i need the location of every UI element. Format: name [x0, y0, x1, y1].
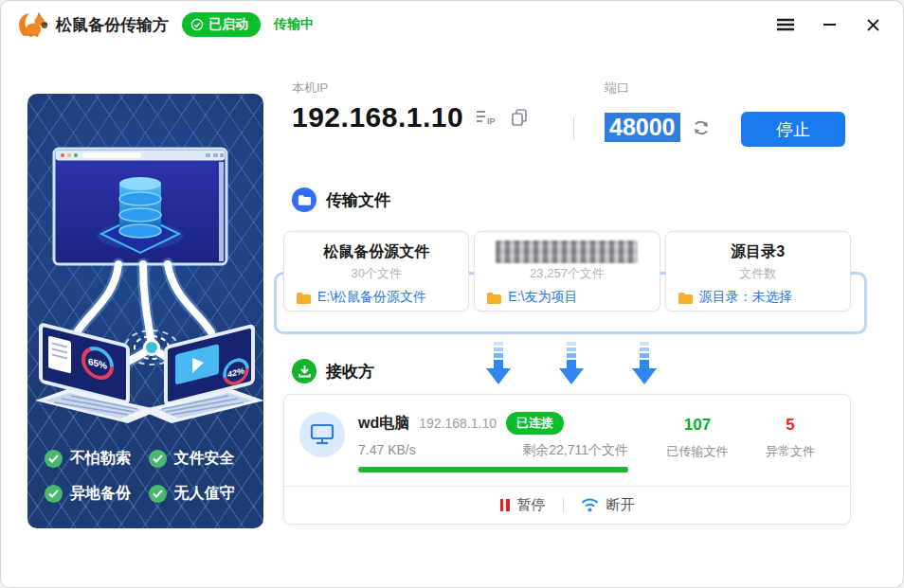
- close-icon[interactable]: [863, 15, 882, 34]
- source-count: 文件数: [666, 265, 850, 282]
- folder-icon: [486, 292, 501, 304]
- error-label: 异常文件: [744, 443, 837, 460]
- receiver-section-header: 接收方: [292, 359, 374, 383]
- check-icon: [149, 485, 167, 503]
- local-ip-label: 本机IP: [292, 80, 328, 97]
- port-label: 端口: [605, 80, 629, 97]
- source-count: 30个文件: [284, 265, 468, 282]
- squirrel-logo: [14, 9, 48, 40]
- titlebar: 松鼠备份传输方 已启动 传输中: [1, 1, 903, 48]
- feature-item: 无人值守: [149, 484, 253, 504]
- app-title: 松鼠备份传输方: [56, 14, 169, 36]
- app-window: 松鼠备份传输方 已启动 传输中: [0, 0, 904, 588]
- menu-icon[interactable]: [776, 15, 795, 34]
- source-path-link[interactable]: E:\松鼠备份源文件: [284, 289, 468, 306]
- promo-panel: 65% 42%: [27, 94, 263, 528]
- source-path-link[interactable]: E:\友为项目: [475, 289, 659, 306]
- error-count: 5: [744, 416, 837, 435]
- feature-item: 异地备份: [45, 484, 149, 504]
- receiver-info: wd电脑 192.168.1.10 已连接 7.47 KB/s 剩余22,711…: [358, 412, 628, 472]
- copy-icon[interactable]: [511, 108, 528, 127]
- check-icon: [45, 485, 63, 503]
- check-circle-icon: [190, 18, 204, 31]
- transfer-arrow-icon: [485, 342, 512, 386]
- source-card-2[interactable]: 23,257个文件 E:\友为项目: [474, 231, 660, 312]
- check-icon: [45, 450, 63, 468]
- receiver-stats: 107 已传输文件 5 异常文件: [651, 412, 837, 460]
- transfer-progress-bar: [358, 467, 628, 472]
- transfer-speed: 7.47 KB/s: [358, 442, 416, 459]
- window-controls: [776, 15, 890, 34]
- censored-source-name: [496, 241, 638, 263]
- divider: [573, 116, 574, 140]
- feature-list: 不怕勒索 文件安全 异地备份 无人值守: [45, 449, 252, 504]
- transfer-section-title: 传输文件: [326, 189, 390, 211]
- feature-item: 不怕勒索: [45, 449, 149, 469]
- source-count: 23,257个文件: [475, 265, 659, 282]
- refresh-icon[interactable]: [692, 118, 711, 137]
- disconnect-button[interactable]: 断开: [581, 496, 635, 514]
- status-badge-label: 已启动: [208, 16, 248, 33]
- device-name: wd电脑: [358, 414, 409, 434]
- device-ip: 192.168.1.10: [419, 416, 497, 431]
- transfer-arrow-icon: [558, 342, 585, 386]
- source-name: 松鼠备份源文件: [284, 241, 468, 263]
- port-input[interactable]: 48000: [605, 113, 680, 142]
- source-card-1[interactable]: 松鼠备份源文件 30个文件 E:\松鼠备份源文件: [283, 231, 469, 312]
- folder-icon: [678, 292, 693, 304]
- receiver-card-footer: 暂停 断开: [284, 486, 850, 524]
- left-laptop: 65%: [35, 324, 160, 423]
- monitor-icon: [310, 423, 334, 446]
- minimize-icon[interactable]: [820, 15, 839, 34]
- feature-item: 文件安全: [149, 449, 253, 469]
- backup-illustration: 65% 42%: [27, 94, 263, 454]
- pause-button[interactable]: 暂停: [500, 496, 546, 514]
- transfer-section-header: 传输文件: [292, 187, 390, 212]
- receiver-card-body: wd电脑 192.168.1.10 已连接 7.47 KB/s 剩余22,711…: [284, 395, 850, 486]
- check-icon: [149, 450, 167, 468]
- stop-button[interactable]: 停止: [741, 112, 845, 147]
- download-circle-icon: [292, 359, 316, 383]
- folder-circle-icon: [292, 187, 316, 212]
- transferred-count: 107: [651, 416, 744, 435]
- remaining-files: 剩余22,711个文件: [522, 442, 628, 459]
- divider: [563, 498, 564, 513]
- svg-text:IP: IP: [487, 116, 496, 126]
- transferred-label: 已传输文件: [651, 443, 744, 460]
- wifi-icon: [581, 498, 599, 512]
- source-cards: 松鼠备份源文件 30个文件 E:\松鼠备份源文件 23,257个文件 E:\友为…: [283, 231, 851, 312]
- receiver-card: wd电脑 192.168.1.10 已连接 7.47 KB/s 剩余22,711…: [283, 394, 851, 525]
- status-badge: 已启动: [182, 12, 261, 37]
- local-ip-value: 192.168.1.10: [292, 101, 463, 134]
- source-name: 源目录3: [666, 241, 850, 263]
- transfer-status-text: 传输中: [274, 16, 314, 33]
- folder-icon: [296, 292, 311, 304]
- transfer-arrow-icon: [631, 342, 658, 386]
- right-laptop: 42%: [139, 326, 263, 423]
- connected-badge: 已连接: [506, 412, 564, 435]
- source-card-3[interactable]: 源目录3 文件数 源目录：未选择: [665, 231, 851, 312]
- device-avatar: [299, 412, 345, 457]
- pause-icon: [500, 499, 510, 511]
- receiver-section-title: 接收方: [326, 361, 374, 383]
- source-path-link[interactable]: 源目录：未选择: [666, 289, 850, 306]
- ip-list-icon[interactable]: IP: [476, 109, 498, 126]
